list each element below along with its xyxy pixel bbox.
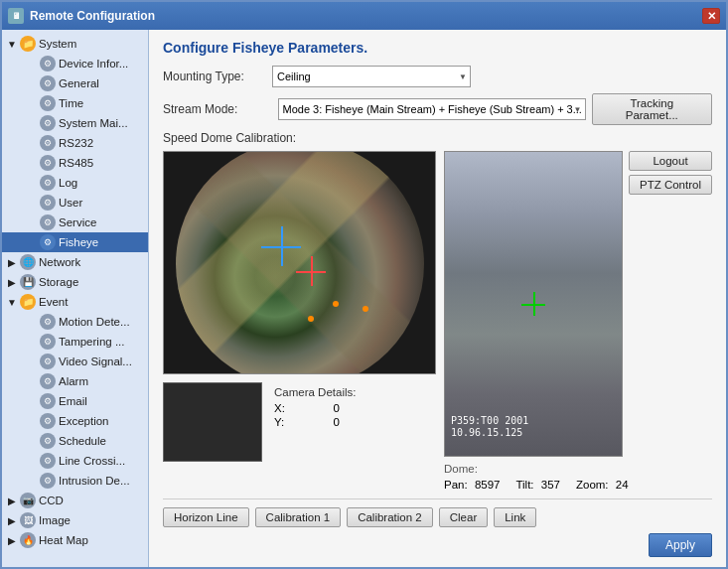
icon-tampering: ⚙ bbox=[40, 334, 56, 350]
sidebar-label-service: Service bbox=[59, 216, 96, 228]
x-value: 0 bbox=[300, 402, 340, 414]
sidebar-label-device-info: Device Infor... bbox=[59, 58, 128, 70]
dot-orange-2 bbox=[308, 316, 314, 322]
sidebar-item-tampering[interactable]: ⚙ Tampering ... bbox=[2, 332, 148, 352]
sidebar-label-general: General bbox=[59, 77, 99, 89]
pan-item: Pan: 8597 bbox=[444, 479, 500, 491]
main-content: Configure Fisheye Parameters. Mounting T… bbox=[149, 30, 726, 567]
icon-user: ⚙ bbox=[40, 195, 56, 211]
icon-exception: ⚙ bbox=[40, 413, 56, 429]
folder-icon-system: 📁 bbox=[20, 36, 36, 52]
icon-time: ⚙ bbox=[40, 95, 56, 111]
sidebar-item-fisheye[interactable]: ⚙ Fisheye bbox=[2, 232, 148, 252]
sidebar-item-system-mai[interactable]: ⚙ System Mai... bbox=[2, 113, 148, 133]
tilt-label: Tilt: bbox=[515, 479, 533, 491]
sidebar-label-event: Event bbox=[39, 296, 68, 308]
sidebar-label-motion: Motion Dete... bbox=[59, 316, 130, 328]
sidebar-label-email: Email bbox=[59, 395, 87, 407]
sidebar-item-system[interactable]: ▼ 📁 System bbox=[2, 34, 148, 54]
clear-button[interactable]: Clear bbox=[439, 507, 488, 527]
sidebar-item-ccd[interactable]: ▶ 📷 CCD bbox=[2, 491, 148, 510]
sidebar-item-alarm[interactable]: ⚙ Alarm bbox=[2, 371, 148, 391]
icon-general: ⚙ bbox=[40, 75, 56, 91]
icon-log: ⚙ bbox=[40, 175, 56, 191]
calibration2-button[interactable]: Calibration 2 bbox=[347, 507, 433, 527]
close-button[interactable]: ✕ bbox=[702, 8, 720, 24]
icon-line-crossi: ⚙ bbox=[40, 453, 56, 469]
pan-value: 8597 bbox=[475, 479, 501, 491]
sidebar-item-rs485[interactable]: ⚙ RS485 bbox=[2, 153, 148, 173]
crosshair-blue-v bbox=[281, 226, 283, 266]
sidebar-label-schedule: Schedule bbox=[59, 435, 106, 447]
bottom-left-row: Camera Details: X: 0 Y: 0 bbox=[163, 378, 436, 462]
sidebar-label-time: Time bbox=[59, 97, 83, 109]
title-bar-left: 🖥 Remote Configuration bbox=[8, 8, 155, 24]
icon-fisheye: ⚙ bbox=[40, 234, 56, 250]
ptz-buttons-col: Logout PTZ Control bbox=[629, 151, 712, 457]
horizon-line-button[interactable]: Horizon Line bbox=[163, 507, 249, 527]
sidebar-item-exception[interactable]: ⚙ Exception bbox=[2, 411, 148, 431]
sidebar-item-service[interactable]: ⚙ Service bbox=[2, 213, 148, 232]
sidebar-item-rs232[interactable]: ⚙ RS232 bbox=[2, 133, 148, 153]
link-button[interactable]: Link bbox=[494, 507, 536, 527]
ptz-control-button[interactable]: PTZ Control bbox=[629, 175, 712, 195]
apply-row: Apply bbox=[163, 527, 712, 557]
stream-mode-select-wrapper[interactable]: Mode 3: Fisheye (Main Stream) + Fisheye … bbox=[278, 98, 586, 120]
sidebar-item-device-info[interactable]: ⚙ Device Infor... bbox=[2, 54, 148, 73]
expander-user bbox=[26, 197, 38, 209]
sidebar-item-email[interactable]: ⚙ Email bbox=[2, 391, 148, 411]
apply-button[interactable]: Apply bbox=[649, 533, 712, 557]
mounting-type-row: Mounting Type: Ceiling Wall Floor bbox=[163, 66, 712, 87]
app-icon: 🖥 bbox=[8, 8, 24, 24]
crosshair-red-v bbox=[311, 256, 313, 286]
calibration1-button[interactable]: Calibration 1 bbox=[255, 507, 342, 527]
sidebar-item-schedule[interactable]: ⚙ Schedule bbox=[2, 431, 148, 451]
mounting-type-select-wrapper[interactable]: Ceiling Wall Floor bbox=[272, 66, 471, 87]
ptz-section: P359:T00 2001 10.96.15.125 Logout PTZ Co… bbox=[444, 151, 712, 457]
sidebar-item-image[interactable]: ▶ 🖼 Image bbox=[2, 510, 148, 530]
logout-button[interactable]: Logout bbox=[629, 151, 712, 171]
sidebar-item-motion-dete[interactable]: ⚙ Motion Dete... bbox=[2, 312, 148, 332]
sidebar-label-ccd: CCD bbox=[39, 495, 64, 506]
mounting-type-select[interactable]: Ceiling Wall Floor bbox=[272, 66, 471, 87]
icon-video-signal: ⚙ bbox=[40, 354, 56, 369]
expander-tampering bbox=[26, 336, 38, 348]
sidebar-item-intrusion-de[interactable]: ⚙ Intrusion De... bbox=[2, 471, 148, 491]
sidebar-item-user[interactable]: ⚙ User bbox=[2, 193, 148, 213]
sidebar-label-heat-map: Heat Map bbox=[39, 534, 88, 546]
speed-dome-label: Speed Dome Calibration: bbox=[163, 131, 712, 145]
sidebar-label-system: System bbox=[39, 38, 76, 50]
expander-event: ▼ bbox=[6, 296, 18, 308]
sidebar-item-network[interactable]: ▶ 🌐 Network bbox=[2, 252, 148, 272]
sidebar-item-storage[interactable]: ▶ 💾 Storage bbox=[2, 272, 148, 292]
sidebar-label-alarm: Alarm bbox=[59, 375, 88, 387]
main-window: 🖥 Remote Configuration ✕ ▼ 📁 System ⚙ De… bbox=[0, 0, 728, 569]
sidebar-label-fisheye: Fisheye bbox=[59, 236, 98, 248]
sidebar-item-event[interactable]: ▼ 📁 Event bbox=[2, 292, 148, 312]
expander-exception bbox=[26, 415, 38, 427]
icon-rs485: ⚙ bbox=[40, 155, 56, 171]
ptz-info: Dome: Pan: 8597 Tilt: 357 bbox=[444, 457, 712, 493]
ptz-image: P359:T00 2001 10.96.15.125 bbox=[444, 151, 623, 457]
dome-row: Dome: bbox=[444, 463, 712, 475]
sidebar-item-time[interactable]: ⚙ Time bbox=[2, 93, 148, 113]
icon-event: 📁 bbox=[20, 294, 36, 310]
sidebar-item-video-signal[interactable]: ⚙ Video Signal... bbox=[2, 352, 148, 371]
fisheye-panel: Camera Details: X: 0 Y: 0 bbox=[163, 151, 436, 493]
stream-mode-select[interactable]: Mode 3: Fisheye (Main Stream) + Fisheye … bbox=[278, 98, 586, 120]
tracking-params-button[interactable]: Tracking Paramet... bbox=[592, 93, 712, 125]
expander-rs232 bbox=[26, 137, 38, 149]
stream-mode-row: Stream Mode: Mode 3: Fisheye (Main Strea… bbox=[163, 93, 712, 125]
sidebar-item-log[interactable]: ⚙ Log bbox=[2, 173, 148, 193]
expander-device-info bbox=[26, 58, 38, 70]
sidebar-item-line-crossi[interactable]: ⚙ Line Crossi... bbox=[2, 451, 148, 471]
icon-intrusion: ⚙ bbox=[40, 473, 56, 489]
sidebar-item-heat-map[interactable]: ▶ 🔥 Heat Map bbox=[2, 530, 148, 550]
sidebar-item-general[interactable]: ⚙ General bbox=[2, 73, 148, 93]
icon-system-mai: ⚙ bbox=[40, 115, 56, 131]
expander-log bbox=[26, 177, 38, 189]
expander-system-mai bbox=[26, 117, 38, 129]
right-panel: P359:T00 2001 10.96.15.125 Logout PTZ Co… bbox=[444, 151, 712, 493]
sidebar-label-user: User bbox=[59, 197, 82, 209]
sidebar-label-log: Log bbox=[59, 177, 77, 189]
